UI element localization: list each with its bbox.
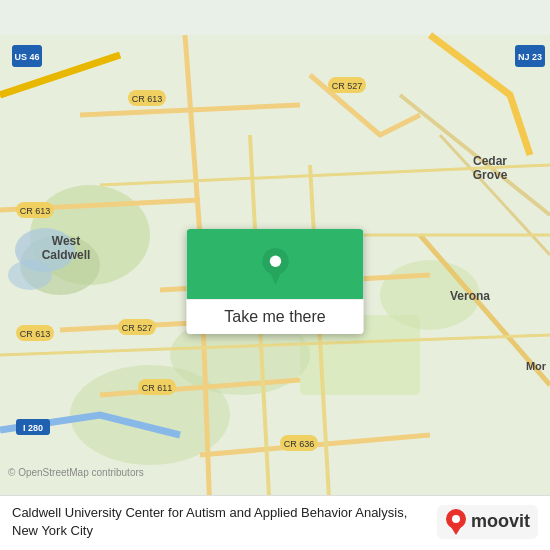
- svg-point-8: [8, 260, 52, 290]
- info-left: Caldwell University Center for Autism an…: [12, 504, 427, 540]
- svg-text:Caldwell: Caldwell: [42, 248, 91, 262]
- svg-text:Verona: Verona: [450, 289, 490, 303]
- moovit-pin-icon: [445, 509, 467, 535]
- svg-point-41: [452, 515, 460, 523]
- svg-text:NJ 23: NJ 23: [518, 52, 542, 62]
- info-bar: Caldwell University Center for Autism an…: [0, 495, 550, 550]
- svg-text:CR 613: CR 613: [20, 206, 51, 216]
- moovit-text: moovit: [471, 511, 530, 532]
- map-attribution: © OpenStreetMap contributors: [8, 467, 144, 478]
- moovit-logo: moovit: [437, 505, 538, 539]
- take-me-there-button[interactable]: Take me there: [187, 229, 364, 334]
- svg-point-39: [270, 257, 280, 267]
- svg-text:CR 613: CR 613: [132, 94, 163, 104]
- svg-text:West: West: [52, 234, 80, 248]
- location-pin-icon: [259, 247, 291, 285]
- svg-text:Mor: Mor: [526, 360, 547, 372]
- svg-text:Cedar: Cedar: [473, 154, 507, 168]
- button-green-area: [187, 229, 364, 299]
- svg-text:CR 636: CR 636: [284, 439, 315, 449]
- svg-text:CR 613: CR 613: [20, 329, 51, 339]
- button-label: Take me there: [187, 299, 364, 334]
- svg-text:US 46: US 46: [14, 52, 39, 62]
- location-name: Caldwell University Center for Autism an…: [12, 504, 427, 540]
- svg-text:CR 527: CR 527: [122, 323, 153, 333]
- svg-text:CR 611: CR 611: [142, 383, 173, 393]
- svg-text:Grove: Grove: [473, 168, 508, 182]
- svg-text:I 280: I 280: [23, 423, 43, 433]
- svg-text:CR 527: CR 527: [332, 81, 363, 91]
- map-container: US 46 NJ 23 CR 613 CR 527 CR 613 CR 506 …: [0, 0, 550, 550]
